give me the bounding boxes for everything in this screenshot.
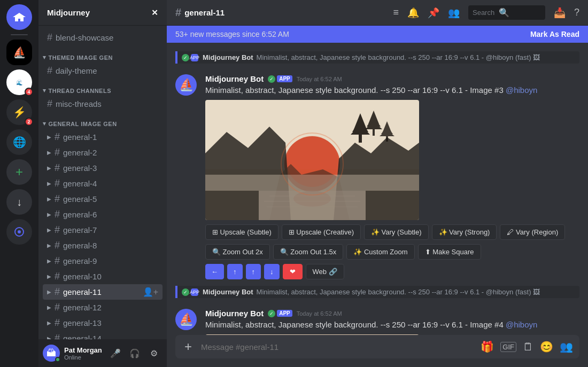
preview-text: Minimalist, abstract, Japanese style bac… [257, 53, 540, 61]
channel-item-daily-theme[interactable]: # daily-theme [43, 63, 163, 79]
upscale-creative-button[interactable]: ⊞ Upscale (Creative) [282, 224, 361, 240]
channel-item-general-5[interactable]: ▶ # general-5 [43, 191, 163, 207]
add-server-button[interactable]: + [6, 159, 32, 185]
channel-name: general-4 [63, 179, 158, 188]
zoom-out-1-5x-button[interactable]: 🔍 Zoom Out 1.5x [273, 244, 344, 260]
emoji-icon[interactable]: 😊 [540, 340, 553, 353]
mute-button[interactable]: 🎤 [107, 345, 124, 362]
settings-button[interactable]: ⚙ [145, 345, 163, 362]
channel-item-general-3[interactable]: ▶ # general-3 [43, 160, 163, 176]
svg-rect-16 [359, 135, 362, 143]
channel-item-general-6[interactable]: ▶ # general-6 [43, 207, 163, 222]
channel-item-general-7[interactable]: ▶ # general-7 [43, 222, 163, 238]
user-name: Pat Morgan [64, 346, 103, 354]
search-icon[interactable]: 🔍 [499, 7, 509, 18]
hash-icon: # [55, 131, 60, 143]
home-server-icon[interactable] [6, 4, 32, 30]
channel-item-general-9[interactable]: ▶ # general-9 [43, 253, 163, 269]
expand-arrow: ▶ [47, 274, 51, 279]
channel-item-general-2[interactable]: ▶ # general-2 [43, 145, 163, 160]
sticker-icon[interactable]: 🗒 [523, 341, 533, 353]
channel-title: general-11 [184, 8, 225, 17]
server-icon-4[interactable]: 🌐 [6, 129, 32, 155]
notification-icon[interactable]: 🔔 [407, 7, 419, 19]
category-thread-channels[interactable]: ▾ THREAD CHANNELS [38, 79, 167, 96]
hash-icon: # [47, 32, 52, 43]
channel-name: general-10 [63, 272, 158, 281]
message-text-input[interactable] [201, 342, 474, 352]
pin-icon[interactable]: 📌 [428, 7, 439, 19]
channel-item-general-4[interactable]: ▶ # general-4 [43, 176, 163, 191]
channel-item-blend-showcase[interactable]: # blend-showcase [43, 30, 163, 45]
attach-button[interactable]: + [182, 339, 195, 354]
channel-name: general-1 [63, 132, 158, 142]
vary-strong-button[interactable]: ✨ Vary (Strong) [432, 224, 497, 240]
hash-icon: # [55, 147, 60, 158]
help-icon[interactable]: ? [574, 7, 579, 18]
channel-sidebar: Midjourney ✕ # blend-showcase ▾ THEMED I… [38, 0, 167, 367]
channel-item-general-1[interactable]: ▶ # general-1 [43, 129, 163, 145]
upscale-subtle-button[interactable]: ⊞ Upscale (Subtle) [205, 224, 278, 240]
arrow-up2-button[interactable]: ↑ [246, 264, 261, 279]
channel-item-general-11[interactable]: ▶ # general-11 👤+ [43, 284, 163, 300]
gif-icon[interactable]: GIF [500, 342, 516, 352]
chevron-icon: ▾ [43, 120, 47, 127]
message-text-2: Minimalist, abstract, Japanese style bac… [205, 319, 579, 330]
channel-name: misc-threads [56, 99, 158, 108]
members-icon[interactable]: 👥 [448, 7, 460, 19]
server-badge-3: 2 [25, 118, 33, 126]
message-time-2: Today at 6:52 AM [297, 310, 342, 317]
message-block-2: ⛵ Midjourney Bot ✓ APP Today at 6:52 AM … [175, 307, 579, 335]
server-icon-midjourney[interactable]: ⛵ [6, 40, 32, 65]
chevron-icon: ▾ [43, 87, 47, 94]
arrow-down-button[interactable]: ↓ [264, 264, 280, 279]
vary-region-button[interactable]: 🖊 Vary (Region) [500, 224, 565, 240]
download-button[interactable]: ↓ [6, 189, 32, 215]
make-square-button[interactable]: ⬆ Make Square [418, 244, 481, 260]
custom-zoom-button[interactable]: ✨ Custom Zoom [346, 244, 414, 260]
channel-item-general-8[interactable]: ▶ # general-8 [43, 238, 163, 253]
category-themed-image-gen[interactable]: ▾ THEMED IMAGE GEN [38, 45, 167, 63]
vary-subtle-button[interactable]: ✨ Vary (Subtle) [364, 224, 429, 240]
inbox-icon[interactable]: 📥 [554, 7, 566, 19]
channel-item-general-10[interactable]: ▶ # general-10 [43, 269, 163, 284]
server-header[interactable]: Midjourney ✕ [38, 0, 167, 26]
zoom-out-2x-button[interactable]: 🔍 Zoom Out 2x [205, 244, 270, 260]
gift-icon[interactable]: 🎁 [481, 340, 494, 353]
channel-item-misc-threads[interactable]: # misc-threads [43, 96, 163, 112]
add-member-icon[interactable]: 👤+ [143, 287, 158, 297]
channel-item-general-14[interactable]: ▶ # general-14 [43, 331, 163, 339]
people-icon[interactable]: 👥 [560, 340, 573, 353]
web-button[interactable]: Web 🔗 [306, 264, 344, 279]
user-controls: 🎤 🎧 ⚙ [107, 345, 163, 362]
channel-item-general-12[interactable]: ▶ # general-12 [43, 300, 163, 315]
threads-icon[interactable]: ≡ [393, 7, 399, 18]
search-bar[interactable]: Search 🔍 [468, 5, 545, 20]
category-general-image-gen[interactable]: ▾ GENERAL IMAGE GEN [38, 112, 167, 129]
preview-author: Midjourney Bot [203, 53, 253, 61]
mark-as-read-button[interactable]: Mark As Read [530, 30, 579, 38]
heart-button[interactable]: ❤ [283, 264, 303, 279]
expand-arrow: ▶ [47, 181, 51, 186]
svg-rect-20 [373, 129, 375, 136]
discover-icon[interactable] [6, 219, 32, 245]
server-icon-3[interactable]: ⚡ 2 [6, 99, 32, 125]
channel-name: general-7 [63, 225, 158, 235]
channel-item-general-13[interactable]: ▶ # general-13 [43, 315, 163, 331]
chat-area[interactable]: ✓ APP Midjourney Bot Minimalist, abstrac… [167, 43, 588, 335]
server-icon-2[interactable]: 🌊 4 [6, 69, 32, 95]
category-label: GENERAL IMAGE GEN [49, 121, 117, 127]
hash-icon: # [55, 224, 60, 236]
verify-check-icon-2: ✓ [268, 310, 275, 317]
hash-icon: # [55, 255, 60, 267]
arrow-up-button[interactable]: ↑ [227, 264, 243, 279]
channel-name: general-14 [63, 334, 158, 339]
svg-rect-24 [386, 136, 388, 142]
hash-icon: # [175, 6, 181, 19]
channel-name: blend-showcase [56, 33, 158, 42]
svg-point-1 [18, 230, 21, 233]
deafen-button[interactable]: 🎧 [126, 345, 143, 362]
hash-icon: # [55, 240, 60, 251]
hash-icon: # [55, 286, 60, 298]
arrow-left-button[interactable]: ← [205, 264, 224, 279]
